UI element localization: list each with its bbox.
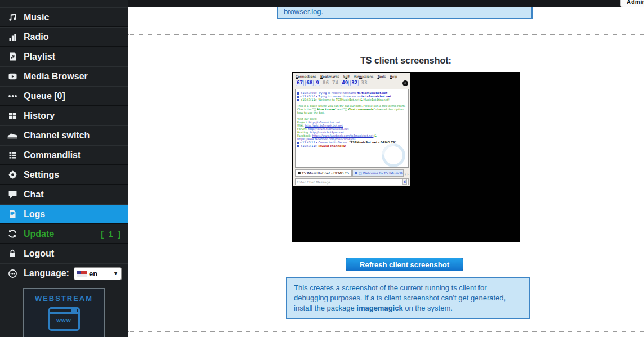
sidebar-item-settings[interactable]: Settings [0, 165, 128, 185]
sidebar-item-label: Channel switch [24, 131, 90, 141]
settings-icon [6, 170, 19, 180]
ts-chat-log: <15:43:08> Trying to resolve hostname ts… [295, 89, 409, 168]
ts-menu-permissions: Permissions [354, 74, 374, 78]
update-count-badge: [ 1 ] [101, 229, 122, 239]
channel-tab-icon [355, 172, 357, 174]
sidebar-item-label: Playlist [24, 52, 55, 62]
ts-client-window: ConnectionsBookmarksSelfPermissionsTools… [293, 73, 410, 186]
sidebar-item-channel-switch[interactable]: Channel switch [0, 125, 128, 145]
ts-menu-tools: Tools [377, 74, 386, 78]
sidebar-item-label: Radio [24, 32, 48, 42]
ts-chat-line: Check the "□ How to use" and "□ Chat com… [297, 107, 406, 114]
ts-message-icon [297, 96, 299, 98]
ts-menu-help: Help [390, 74, 397, 78]
ts-menu-bar: ConnectionsBookmarksSelfPermissionsTools… [293, 73, 410, 79]
radio-icon [6, 32, 19, 42]
language-selected-value: en [89, 269, 97, 278]
screenshot-info-note: This creates a screenshot of the current… [286, 277, 530, 319]
ts-menu-self: Self [343, 74, 350, 78]
tab-scroll-arrows: ‹› [404, 172, 409, 177]
server-tab-icon [298, 172, 301, 174]
ts-message-icon [297, 92, 299, 95]
admin-button[interactable]: Admin [620, 0, 644, 7]
browser-window-icon: www [48, 307, 80, 331]
sidebar-item-media-browser[interactable]: Media Browser [0, 66, 128, 86]
sidebar-item-commandlist[interactable]: Commandlist [0, 145, 128, 165]
refresh-screenshot-button[interactable]: Refresh client screenshot [346, 258, 463, 271]
sidebar-item-label: Music [24, 12, 49, 23]
webstream-www-label: www [50, 317, 78, 323]
media-browser-icon [6, 71, 19, 82]
webstream-banner[interactable]: WEBSTREAM www STREAM YOUR WEB BROWSER [23, 288, 105, 337]
ts-menu-bookmarks: Bookmarks [320, 74, 339, 78]
sidebar-item-label: Logout [24, 249, 54, 259]
log-info-note: browser.log. [277, 7, 533, 19]
ts-client-screenshot-image: ConnectionsBookmarksSelfPermissionsTools… [292, 72, 520, 242]
sidebar: MusicRadioPlaylistMedia BrowserQueue [0]… [0, 0, 128, 337]
ts-toolbar-number: 67 [296, 80, 304, 86]
ts-chat-input: Enter Chat Message... 6 [295, 178, 409, 185]
channel-switch-icon [6, 131, 19, 141]
ts-tab-2: □ Welcome to TS3MusicBot & Music [352, 169, 404, 177]
update-icon [6, 229, 19, 239]
ts-toolbar-number: 32 [350, 80, 359, 86]
ts-toolbar-number: 86 [321, 80, 330, 86]
music-icon [6, 12, 19, 23]
sidebar-item-label: History [24, 111, 55, 121]
language-label: Language: [24, 268, 69, 278]
language-select[interactable]: en ▼ [74, 267, 122, 280]
emoji-button: 6 [402, 179, 407, 185]
ts-chat-tabs: TS3MusicBot.net - DEMO TS□ Welcome to TS… [295, 169, 409, 177]
sidebar-item-label: Settings [24, 170, 59, 180]
page-title: TS client screenshot: [292, 56, 520, 66]
ts-toolbar-number: 9 [315, 80, 320, 86]
sidebar-item-playlist[interactable]: Playlist [0, 47, 128, 66]
top-bar [128, 0, 644, 7]
sidebar-item-label: Commandlist [24, 150, 80, 160]
sidebar-item-logout[interactable]: Logout [0, 244, 128, 263]
ts-message-icon [297, 145, 299, 147]
sidebar-item-label: Chat [24, 190, 44, 200]
ts-toolbar: 676898674493233 [293, 79, 410, 87]
sidebar-item-radio[interactable]: Radio [0, 27, 128, 47]
webstream-title: WEBSTREAM [24, 294, 104, 303]
language-icon [6, 268, 19, 278]
ts-toolbar-number: 33 [360, 80, 368, 86]
sidebar-item-update[interactable]: Update[ 1 ] [0, 224, 128, 244]
section-divider [128, 34, 644, 35]
sidebar-item-history[interactable]: History [0, 106, 128, 125]
tab-arrow-icon: › [407, 172, 409, 177]
tab-arrow-icon: ‹ [404, 172, 406, 177]
sidebar-item-queue-0[interactable]: Queue [0] [0, 86, 128, 106]
sidebar-item-label: Media Browser [24, 71, 88, 82]
ts-toolbar-number: 49 [341, 80, 349, 86]
sidebar-menu: MusicRadioPlaylistMedia BrowserQueue [0]… [0, 0, 128, 263]
queue-icon [6, 91, 19, 101]
section-divider [128, 331, 644, 332]
chat-icon [6, 190, 19, 200]
ts3musicbot-webinterface: MusicRadioPlaylistMedia BrowserQueue [0]… [0, 0, 644, 337]
sidebar-item-logs[interactable]: Logs [0, 204, 128, 224]
logout-icon [6, 249, 19, 259]
commandlist-icon [6, 150, 19, 160]
sidebar-item-music[interactable]: Music [0, 7, 128, 27]
ts-message-icon [297, 142, 299, 144]
sidebar-item-label: Logs [24, 209, 45, 219]
ts3-logo-icon [402, 78, 408, 88]
language-row: Language: en ▼ [0, 263, 128, 283]
history-icon [6, 111, 19, 121]
ts-message-icon [297, 99, 299, 101]
sidebar-item-chat[interactable]: Chat [0, 185, 128, 204]
ts-menu-connections: Connections [296, 74, 316, 78]
chevron-down-icon: ▼ [113, 271, 118, 276]
ts-chat-input-placeholder: Enter Chat Message... [297, 180, 334, 184]
ts-chat-line: Facebook: https://www.facebook.com/ts3mu… [297, 134, 406, 141]
ts-tab-1: TS3MusicBot.net - DEMO TS [295, 169, 352, 177]
ts-toolbar-number: 68 [305, 80, 314, 86]
us-flag-icon [77, 271, 87, 277]
ts-toolbar-number: 74 [331, 80, 339, 86]
logs-icon [6, 209, 19, 219]
sidebar-item-label: Queue [0] [24, 91, 65, 101]
playlist-icon [6, 52, 19, 62]
sidebar-item-label: Update [24, 229, 54, 239]
